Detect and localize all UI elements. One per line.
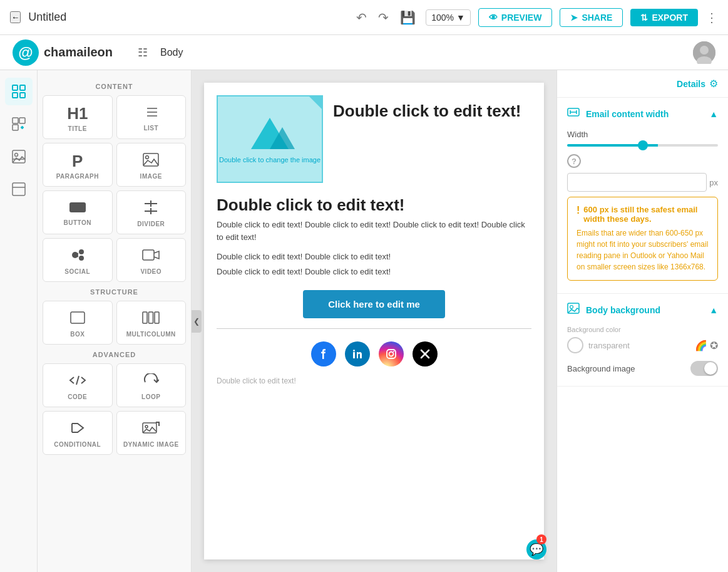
divider-icon bbox=[143, 200, 158, 217]
component-button-label: BUTTON bbox=[64, 219, 91, 226]
paragraph-icon: P bbox=[72, 153, 83, 169]
details-link[interactable]: Details bbox=[677, 79, 705, 89]
svg-point-47 bbox=[353, 350, 355, 351]
svg-rect-3 bbox=[13, 85, 18, 90]
avatar[interactable] bbox=[693, 41, 715, 64]
component-image[interactable]: IMAGE bbox=[116, 143, 187, 187]
svg-point-43 bbox=[145, 425, 148, 428]
advanced-section-title: ADVANCED bbox=[43, 351, 186, 358]
warning-box: ! 600 px is still the safest email width… bbox=[567, 197, 718, 281]
svg-point-56 bbox=[570, 306, 573, 309]
social-linkedin-icon[interactable] bbox=[345, 341, 370, 367]
svg-point-49 bbox=[389, 352, 393, 356]
preview-button[interactable]: 👁 PREVIEW bbox=[478, 8, 553, 27]
image-button[interactable] bbox=[5, 143, 33, 170]
email-image[interactable]: Double click to change the image bbox=[217, 95, 323, 183]
svg-rect-46 bbox=[353, 352, 355, 358]
component-code-label: CODE bbox=[68, 393, 87, 400]
exclamation-icon: ! bbox=[577, 205, 580, 216]
svg-rect-8 bbox=[19, 118, 25, 123]
component-multicolumn-label: MULTICOLUMN bbox=[126, 331, 176, 338]
svg-rect-7 bbox=[13, 118, 18, 123]
social-instagram-icon[interactable] bbox=[379, 341, 404, 367]
email-cta-button[interactable]: Click here to edit me bbox=[303, 290, 445, 318]
back-button[interactable]: ← bbox=[10, 11, 21, 23]
svg-rect-6 bbox=[20, 93, 25, 98]
svg-line-40 bbox=[76, 376, 79, 385]
conditional-icon bbox=[69, 421, 86, 437]
bg-image-toggle[interactable] bbox=[690, 361, 718, 376]
undo-button[interactable]: ↶ bbox=[354, 8, 369, 28]
svg-rect-25 bbox=[69, 202, 86, 212]
bg-color-sub-label: Background color bbox=[567, 326, 718, 333]
notification-count: 1 bbox=[536, 534, 546, 544]
eye-icon: 👁 bbox=[489, 13, 498, 23]
component-divider-label: DIVIDER bbox=[137, 221, 165, 227]
body-background-title: Body background bbox=[586, 305, 660, 315]
width-input[interactable]: 600 bbox=[567, 173, 707, 192]
component-dynamic-image-label: DYNAMIC IMAGE bbox=[123, 441, 179, 448]
component-video-label: VIDEO bbox=[140, 268, 161, 275]
svg-rect-23 bbox=[143, 153, 158, 166]
svg-point-1 bbox=[700, 46, 709, 55]
svg-rect-37 bbox=[143, 312, 147, 323]
email-content-width-title: Email content width bbox=[586, 109, 669, 119]
bg-image-label: Background image bbox=[567, 364, 635, 373]
social-x-icon[interactable] bbox=[413, 341, 438, 367]
share-button[interactable]: ➤ SHARE bbox=[560, 8, 623, 27]
collapse-width-icon[interactable]: ▲ bbox=[709, 109, 718, 119]
email-footer-text[interactable]: Double click to edit text! bbox=[204, 377, 544, 385]
email-body-text-3[interactable]: Double click to edit text! Double click … bbox=[204, 266, 544, 278]
component-video[interactable]: VIDEO bbox=[116, 238, 187, 282]
width-slider-label: Width bbox=[567, 130, 718, 139]
svg-rect-5 bbox=[13, 93, 18, 98]
save-button[interactable]: 💾 bbox=[397, 8, 418, 28]
component-conditional[interactable]: CONDITIONAL bbox=[43, 411, 113, 455]
component-dynamic-image[interactable]: DYNAMIC IMAGE bbox=[116, 411, 187, 455]
breadcrumb-icon: ☷ bbox=[138, 46, 148, 60]
redo-button[interactable]: ↷ bbox=[376, 8, 391, 28]
component-multicolumn[interactable]: MULTICOLUMN bbox=[116, 301, 187, 345]
bg-color-swatch[interactable] bbox=[567, 337, 583, 353]
component-divider[interactable]: DIVIDER bbox=[116, 190, 187, 234]
add-block-button[interactable] bbox=[5, 110, 33, 138]
logo-at-icon: @ bbox=[13, 39, 39, 66]
svg-rect-38 bbox=[149, 312, 153, 323]
logo-text: chamaileon bbox=[44, 45, 113, 60]
svg-point-30 bbox=[72, 252, 78, 258]
collapse-bg-icon[interactable]: ▲ bbox=[709, 305, 718, 315]
component-button[interactable]: BUTTON bbox=[43, 190, 113, 234]
grid-icon-button[interactable] bbox=[5, 78, 33, 105]
loop-icon bbox=[143, 373, 159, 390]
email-body-text-1[interactable]: Double click to edit text! Double click … bbox=[204, 219, 544, 243]
svg-point-31 bbox=[79, 249, 84, 254]
export-button[interactable]: ⇅ EXPORT bbox=[630, 9, 698, 26]
email-heading[interactable]: Double click to edit text! bbox=[204, 189, 544, 219]
collapse-panel-button[interactable]: ❮ bbox=[192, 310, 202, 333]
svg-rect-36 bbox=[71, 312, 85, 323]
width-slider[interactable] bbox=[567, 144, 718, 147]
component-image-label: IMAGE bbox=[140, 173, 162, 180]
color-picker-button[interactable]: 🌈 bbox=[695, 340, 707, 351]
email-hero-text[interactable]: Double click to edit text! bbox=[333, 95, 531, 121]
gear-icon[interactable]: ⚙ bbox=[709, 78, 718, 90]
layout-button[interactable] bbox=[5, 175, 33, 203]
component-title[interactable]: H1 TITLE bbox=[43, 95, 113, 139]
svg-rect-48 bbox=[387, 350, 396, 358]
zoom-chevron-icon: ▼ bbox=[456, 13, 465, 23]
color-magic-button[interactable]: ✪ bbox=[710, 340, 718, 351]
component-social-label: SOCIAL bbox=[64, 268, 90, 275]
component-box[interactable]: BOX bbox=[43, 301, 113, 345]
more-options-button[interactable]: ⋮ bbox=[705, 10, 718, 25]
component-paragraph[interactable]: P PARAGRAPH bbox=[43, 143, 113, 187]
email-body-text-2[interactable]: Double click to edit text! Double click … bbox=[204, 251, 544, 263]
component-loop-label: LOOP bbox=[141, 393, 160, 400]
component-code[interactable]: CODE bbox=[43, 363, 113, 407]
component-list[interactable]: LIST bbox=[116, 95, 187, 139]
social-facebook-icon[interactable] bbox=[311, 341, 336, 367]
share-icon: ➤ bbox=[570, 13, 578, 23]
export-icon: ⇅ bbox=[640, 13, 648, 23]
component-loop[interactable]: LOOP bbox=[116, 363, 187, 407]
zoom-selector[interactable]: 100% ▼ bbox=[426, 9, 471, 26]
component-social[interactable]: SOCIAL bbox=[43, 238, 113, 282]
